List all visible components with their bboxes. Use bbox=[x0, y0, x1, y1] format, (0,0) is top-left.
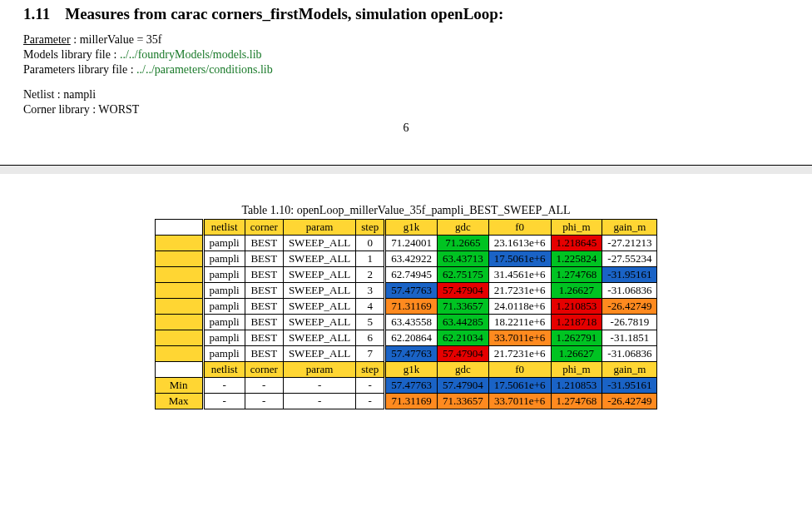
table-cell: 63.42922 bbox=[385, 251, 438, 267]
table-cell: 18.2211e+6 bbox=[488, 315, 551, 330]
min-phi_m: 1.210853 bbox=[551, 378, 602, 394]
table-cell: pampli bbox=[203, 283, 245, 299]
max-phi_m: 1.274768 bbox=[551, 394, 602, 409]
table-cell: 62.21034 bbox=[437, 330, 488, 346]
table-cell: 1.26627 bbox=[551, 346, 602, 362]
table-cell: 1.274768 bbox=[551, 267, 602, 283]
table-cell: 63.43713 bbox=[437, 251, 488, 267]
table-cell: 62.74945 bbox=[385, 267, 438, 283]
table-cell: BEST bbox=[245, 315, 283, 330]
table-cell: 71.33657 bbox=[437, 299, 488, 315]
params-lib-path[interactable]: ../../parameters/conditions.lib bbox=[136, 63, 273, 76]
min-f0: 17.5061e+6 bbox=[488, 378, 551, 394]
table-cell bbox=[155, 346, 203, 362]
table-cell: 1.26627 bbox=[551, 283, 602, 299]
table-cell: 33.7011e+6 bbox=[488, 330, 551, 346]
page-separator-shadow bbox=[0, 166, 812, 174]
table-cell: pampli bbox=[203, 330, 245, 346]
table-cell: 62.75175 bbox=[437, 267, 488, 283]
corner-lib-line: Corner library : WORST bbox=[23, 103, 789, 117]
table-cell: 4 bbox=[356, 299, 385, 315]
table-cell: -26.7819 bbox=[602, 315, 657, 330]
table-cell: 23.1613e+6 bbox=[488, 236, 551, 251]
col-param: param bbox=[283, 220, 355, 236]
table-cell: 6 bbox=[356, 330, 385, 346]
table-cell: pampli bbox=[203, 299, 245, 315]
table-cell: BEST bbox=[245, 346, 283, 362]
table-cell: SWEEP_ALL bbox=[283, 251, 355, 267]
table-cell: 31.4561e+6 bbox=[488, 267, 551, 283]
table-cell: 63.43558 bbox=[385, 315, 438, 330]
table-cell: SWEEP_ALL bbox=[283, 283, 355, 299]
table-cell: 71.2665 bbox=[437, 236, 488, 251]
table-row: pampliBESTSWEEP_ALL262.7494562.7517531.4… bbox=[155, 267, 657, 283]
col-gain_m: gain_m bbox=[602, 220, 657, 236]
parameter-line: Parameter : millerValue = 35f bbox=[23, 33, 789, 47]
table-row: pampliBESTSWEEP_ALL071.2400171.266523.16… bbox=[155, 236, 657, 251]
min-corner: - bbox=[245, 378, 283, 394]
col-g1k: g1k bbox=[385, 220, 438, 236]
table-cell bbox=[155, 236, 203, 251]
col-step: step bbox=[356, 362, 385, 378]
table-cell: 57.47763 bbox=[385, 346, 438, 362]
table-cell: -31.95161 bbox=[602, 267, 657, 283]
table-cell: BEST bbox=[245, 299, 283, 315]
table-cell: -31.1851 bbox=[602, 330, 657, 346]
table-cell: BEST bbox=[245, 330, 283, 346]
min-netlist: - bbox=[203, 378, 245, 394]
col-gdc: gdc bbox=[437, 220, 488, 236]
section-header-block: 1.11Measures from carac corners_firstMod… bbox=[0, 0, 812, 143]
max-param: - bbox=[283, 394, 355, 409]
table-cell: SWEEP_ALL bbox=[283, 330, 355, 346]
col-gain_m: gain_m bbox=[602, 362, 657, 378]
max-label: Max bbox=[155, 394, 203, 409]
table-cell: -31.06836 bbox=[602, 346, 657, 362]
section-title: Measures from carac corners_firstModels,… bbox=[65, 5, 503, 22]
table-cell: -27.55234 bbox=[602, 251, 657, 267]
table-cell: 21.7231e+6 bbox=[488, 346, 551, 362]
col-g1k: g1k bbox=[385, 362, 438, 378]
table-cell: SWEEP_ALL bbox=[283, 299, 355, 315]
max-step: - bbox=[356, 394, 385, 409]
models-lib-path[interactable]: ../../foundryModels/models.lib bbox=[120, 48, 262, 61]
table-cell: 1.218718 bbox=[551, 315, 602, 330]
table-cell: 62.20864 bbox=[385, 330, 438, 346]
models-lib-label: Models library file : bbox=[23, 48, 116, 61]
min-gdc: 57.47904 bbox=[437, 378, 488, 394]
table-caption: Table 1.10: openLoop_millerValue_35f_pam… bbox=[23, 204, 789, 217]
table-cell: 71.24001 bbox=[385, 236, 438, 251]
header-blank bbox=[155, 220, 203, 236]
table-block: Table 1.10: openLoop_millerValue_35f_pam… bbox=[0, 204, 812, 426]
table-cell: 1.262791 bbox=[551, 330, 602, 346]
table-cell: 71.31169 bbox=[385, 299, 438, 315]
table-cell: 63.44285 bbox=[437, 315, 488, 330]
summary-max-row: Max - - - - 71.31169 71.33657 33.7011e+6… bbox=[155, 394, 657, 409]
table-cell: -27.21213 bbox=[602, 236, 657, 251]
table-cell bbox=[155, 315, 203, 330]
table-row: pampliBESTSWEEP_ALL163.4292263.4371317.5… bbox=[155, 251, 657, 267]
table-cell: BEST bbox=[245, 236, 283, 251]
summary-min-row: Min - - - - 57.47763 57.47904 17.5061e+6… bbox=[155, 378, 657, 394]
table-cell: pampli bbox=[203, 267, 245, 283]
table-row: pampliBESTSWEEP_ALL471.3116971.3365724.0… bbox=[155, 299, 657, 315]
table-cell: 1 bbox=[356, 251, 385, 267]
table-cell: 57.47904 bbox=[437, 283, 488, 299]
table-cell: SWEEP_ALL bbox=[283, 267, 355, 283]
table-cell: SWEEP_ALL bbox=[283, 236, 355, 251]
params-lib-line: Parameters library file : ../../paramete… bbox=[23, 63, 789, 77]
table-cell: 1.218645 bbox=[551, 236, 602, 251]
table-cell: pampli bbox=[203, 251, 245, 267]
col-phi_m: phi_m bbox=[551, 362, 602, 378]
table-cell: 21.7231e+6 bbox=[488, 283, 551, 299]
max-corner: - bbox=[245, 394, 283, 409]
document-page: 1.11Measures from carac corners_firstMod… bbox=[0, 0, 812, 426]
col-f0: f0 bbox=[488, 362, 551, 378]
table-row: pampliBESTSWEEP_ALL757.4776357.4790421.7… bbox=[155, 346, 657, 362]
table-cell: 57.47904 bbox=[437, 346, 488, 362]
table-row: pampliBESTSWEEP_ALL662.2086462.2103433.7… bbox=[155, 330, 657, 346]
params-lib-label: Parameters library file : bbox=[23, 63, 134, 76]
table-cell: BEST bbox=[245, 251, 283, 267]
max-gain_m: -26.42749 bbox=[602, 394, 657, 409]
col-f0: f0 bbox=[488, 220, 551, 236]
table-cell bbox=[155, 267, 203, 283]
